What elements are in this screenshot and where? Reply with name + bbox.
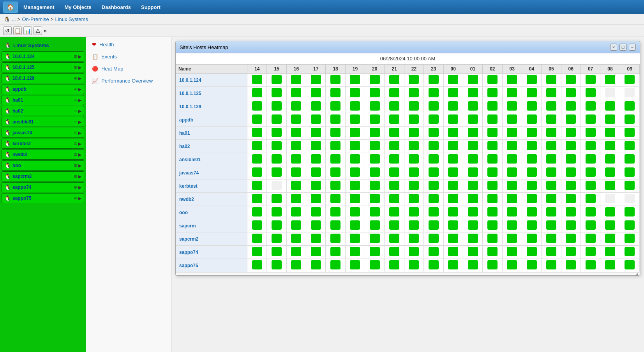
- heatmap-row-name[interactable]: 10.0.1.124: [176, 74, 247, 87]
- heatmap-cell: [267, 140, 286, 153]
- menu-events[interactable]: 📋 Events: [86, 51, 171, 63]
- cell-green-indicator: [448, 207, 458, 216]
- sidebar-item-actions: ≡: [74, 119, 77, 125]
- nav-myobjects[interactable]: My Objects: [60, 2, 96, 12]
- heatmap-row-name[interactable]: appdb: [176, 113, 247, 127]
- sidebar-item[interactable]: 🐧 ansible01 ≡ ▶: [2, 117, 84, 127]
- heatmap-row-name[interactable]: ha02: [176, 140, 247, 153]
- cell-green-indicator: [311, 234, 321, 243]
- sidebar-item-list-icon[interactable]: ≡: [74, 97, 77, 103]
- toolbar-chart[interactable]: 📊: [23, 26, 32, 35]
- toolbar-more[interactable]: »: [44, 28, 47, 34]
- sidebar-item-list-icon[interactable]: ≡: [74, 130, 77, 136]
- sidebar-item-list-icon[interactable]: ≡: [74, 141, 77, 146]
- toolbar-list[interactable]: 📋: [13, 26, 22, 35]
- sidebar-item-icon: 🐧: [4, 97, 11, 103]
- sidebar-item[interactable]: 🐧 ooo ≡ ▶: [2, 160, 84, 171]
- sidebar-item[interactable]: 🐧 ha01 ≡ ▶: [2, 95, 84, 105]
- sidebar-title[interactable]: 🐧 Linux Systems: [2, 40, 84, 51]
- sidebar-item-icon: 🐧: [4, 173, 11, 180]
- nav-support[interactable]: Support: [136, 2, 165, 12]
- heatmap-cell: [247, 219, 267, 232]
- sidebar-item[interactable]: 🐧 10.0.1.129 ≡ ▶: [2, 73, 84, 83]
- sidebar-item[interactable]: 🐧 javaas74 ≡ ▶: [2, 128, 84, 138]
- sidebar-item[interactable]: 🐧 10.0.1.125 ≡ ▶: [2, 62, 84, 72]
- sidebar-item-list-icon[interactable]: ≡: [74, 86, 77, 92]
- heatmap-cell: [404, 219, 423, 232]
- heatmap-cell: [580, 113, 600, 127]
- sidebar-item[interactable]: 🐧 10.0.1.124 ≡ ▶: [2, 51, 84, 62]
- heatmap-minimize-button[interactable]: −: [629, 44, 636, 51]
- sidebar-item[interactable]: 🐧 nwdb2 ≡ ▶: [2, 150, 84, 160]
- heatmap-row-name[interactable]: 10.0.1.129: [176, 100, 247, 113]
- sidebar-item-list-icon[interactable]: ≡: [74, 76, 77, 81]
- sidebar-item-arrow[interactable]: ▶: [78, 87, 81, 92]
- sidebar-item-arrow[interactable]: ▶: [78, 65, 81, 70]
- breadcrumb-onpremise[interactable]: On-Premise: [22, 16, 49, 22]
- sidebar-item-list-icon[interactable]: ≡: [74, 174, 77, 179]
- heatmap-row-name[interactable]: sappo74: [176, 246, 247, 259]
- sidebar-item-list-icon[interactable]: ≡: [74, 152, 77, 157]
- sidebar-item-arrow[interactable]: ▶: [78, 131, 81, 135]
- menu-heatmap[interactable]: 🔴 Heat Map: [86, 63, 171, 75]
- sidebar-item-arrow[interactable]: ▶: [78, 153, 81, 157]
- toolbar-refresh[interactable]: ↺: [3, 26, 12, 35]
- sidebar-item[interactable]: 🐧 ha02 ≡ ▶: [2, 106, 84, 116]
- heatmap-time-col: 17: [306, 65, 326, 74]
- sidebar-item-list-icon[interactable]: ≡: [74, 185, 77, 190]
- heatmap-row-name[interactable]: 10.0.1.125: [176, 87, 247, 100]
- nav-dashboards[interactable]: Dashboards: [97, 2, 136, 12]
- sidebar-item-arrow[interactable]: ▶: [78, 76, 81, 81]
- sidebar-item-list-icon[interactable]: ≡: [74, 108, 77, 114]
- sidebar-item[interactable]: 🐧 kerbtest ≡ ▶: [2, 139, 84, 149]
- home-button[interactable]: 🏠: [3, 2, 18, 13]
- cell-green-indicator: [586, 220, 596, 230]
- sidebar-item-arrow[interactable]: ▶: [78, 196, 81, 201]
- sidebar-item-arrow[interactable]: ▶: [78, 98, 81, 102]
- menu-health[interactable]: ❤ Health: [86, 39, 171, 51]
- sidebar-item-arrow[interactable]: ▶: [78, 185, 81, 190]
- cell-green-indicator: [507, 194, 517, 203]
- breadcrumb-root[interactable]: ...: [12, 16, 16, 22]
- cell-green-indicator: [409, 167, 419, 177]
- sidebar-item-arrow[interactable]: ▶: [78, 164, 81, 168]
- sidebar-item-arrow[interactable]: ▶: [78, 109, 81, 113]
- resize-handle[interactable]: ◢: [635, 272, 638, 276]
- sidebar-item-arrow[interactable]: ▶: [78, 142, 81, 146]
- heatmap-row-name[interactable]: sapcrm: [176, 219, 247, 232]
- sidebar-item[interactable]: 🐧 appdb ≡ ▶: [2, 84, 84, 94]
- heatmap-cell: [502, 127, 522, 140]
- heatmap-cell: [365, 232, 385, 246]
- heatmap-row-name[interactable]: sapcrm2: [176, 232, 247, 246]
- toolbar-alert[interactable]: ⚠: [34, 26, 42, 35]
- heatmap-cell: [306, 232, 326, 246]
- nav-management[interactable]: Management: [19, 2, 59, 12]
- sidebar-item-list-icon[interactable]: ≡: [74, 119, 77, 125]
- menu-performance[interactable]: 📈 Performance Overview: [86, 75, 171, 87]
- sidebar-item-list-icon[interactable]: ≡: [74, 54, 77, 59]
- heatmap-maximize-button[interactable]: □: [619, 44, 626, 51]
- cell-green-indicator: [487, 128, 498, 137]
- heatmap-row-name[interactable]: nwdb2: [176, 193, 247, 206]
- heatmap-cell: [502, 232, 522, 246]
- heatmap-row-name[interactable]: ooo: [176, 206, 247, 219]
- sidebar-item-list-icon[interactable]: ≡: [74, 65, 77, 70]
- sidebar-item-arrow[interactable]: ▶: [78, 120, 81, 124]
- sidebar-item-arrow[interactable]: ▶: [78, 174, 81, 179]
- heatmap-cell: [306, 246, 326, 259]
- heatmap-close-button[interactable]: ×: [610, 44, 617, 51]
- cell-green-indicator: [429, 247, 439, 256]
- heatmap-row-name[interactable]: ansible01: [176, 153, 247, 166]
- sidebar-item[interactable]: 🐧 sappo74 ≡ ▶: [2, 182, 84, 192]
- sidebar-item-list-icon[interactable]: ≡: [74, 195, 77, 201]
- heatmap-cell: [443, 87, 463, 100]
- heatmap-row-name[interactable]: sappo75: [176, 259, 247, 272]
- sidebar-item[interactable]: 🐧 sapcrm2 ≡ ▶: [2, 171, 84, 181]
- sidebar-item[interactable]: 🐧 sappo75 ≡ ▶: [2, 193, 84, 203]
- heatmap-row-name[interactable]: kerbtest: [176, 180, 247, 193]
- heatmap-row-name[interactable]: ha01: [176, 127, 247, 140]
- heatmap-row-name[interactable]: javaas74: [176, 166, 247, 180]
- table-row: javaas74: [176, 166, 640, 180]
- sidebar-item-arrow[interactable]: ▶: [78, 55, 81, 59]
- sidebar-item-list-icon[interactable]: ≡: [74, 163, 77, 168]
